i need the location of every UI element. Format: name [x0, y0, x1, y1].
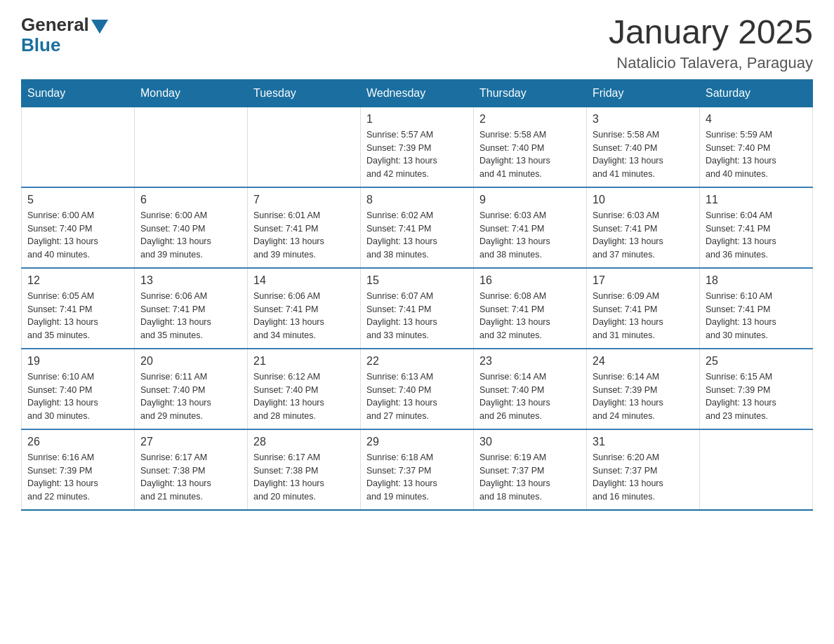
day-number: 23	[479, 355, 581, 368]
header-sunday: Sunday	[22, 79, 135, 107]
day-info: Sunrise: 6:06 AMSunset: 7:41 PMDaylight:…	[140, 290, 241, 342]
calendar-cell: 22Sunrise: 6:13 AMSunset: 7:40 PMDayligh…	[361, 349, 474, 429]
calendar-cell: 8Sunrise: 6:02 AMSunset: 7:41 PMDaylight…	[361, 187, 474, 268]
day-number: 16	[479, 274, 581, 287]
day-number: 30	[479, 436, 581, 448]
day-info: Sunrise: 6:20 AMSunset: 7:37 PMDaylight:…	[593, 451, 694, 504]
calendar-cell: 29Sunrise: 6:18 AMSunset: 7:37 PMDayligh…	[361, 429, 474, 510]
calendar-cell: 9Sunrise: 6:03 AMSunset: 7:41 PMDaylight…	[474, 187, 587, 268]
calendar-cell: 28Sunrise: 6:17 AMSunset: 7:38 PMDayligh…	[248, 429, 361, 510]
calendar-header: SundayMondayTuesdayWednesdayThursdayFrid…	[22, 79, 813, 107]
week-row-1: 1Sunrise: 5:57 AMSunset: 7:39 PMDaylight…	[22, 107, 813, 187]
header-monday: Monday	[135, 79, 248, 107]
calendar-cell: 23Sunrise: 6:14 AMSunset: 7:40 PMDayligh…	[474, 349, 587, 429]
day-info: Sunrise: 5:57 AMSunset: 7:39 PMDaylight:…	[366, 128, 468, 181]
day-number: 25	[706, 355, 807, 368]
calendar-cell: 11Sunrise: 6:04 AMSunset: 7:41 PMDayligh…	[700, 187, 813, 268]
calendar-cell: 18Sunrise: 6:10 AMSunset: 7:41 PMDayligh…	[700, 268, 813, 349]
title-section: January 2025 Natalicio Talavera, Paragua…	[609, 14, 813, 72]
day-number: 24	[593, 355, 694, 368]
day-number: 21	[253, 355, 355, 368]
calendar-cell: 20Sunrise: 6:11 AMSunset: 7:40 PMDayligh…	[135, 349, 248, 429]
day-info: Sunrise: 6:06 AMSunset: 7:41 PMDaylight:…	[253, 290, 355, 342]
day-info: Sunrise: 6:14 AMSunset: 7:39 PMDaylight:…	[593, 370, 694, 423]
day-info: Sunrise: 6:15 AMSunset: 7:39 PMDaylight:…	[706, 370, 807, 423]
day-info: Sunrise: 6:10 AMSunset: 7:41 PMDaylight:…	[706, 290, 807, 342]
header-tuesday: Tuesday	[248, 79, 361, 107]
header-wednesday: Wednesday	[361, 79, 474, 107]
header-thursday: Thursday	[474, 79, 587, 107]
day-number: 27	[140, 436, 241, 448]
day-info: Sunrise: 6:05 AMSunset: 7:41 PMDaylight:…	[27, 290, 128, 342]
calendar-cell: 31Sunrise: 6:20 AMSunset: 7:37 PMDayligh…	[587, 429, 700, 510]
calendar-cell	[700, 429, 813, 510]
day-info: Sunrise: 6:00 AMSunset: 7:40 PMDaylight:…	[140, 209, 241, 262]
day-info: Sunrise: 6:10 AMSunset: 7:40 PMDaylight:…	[27, 370, 128, 423]
day-info: Sunrise: 6:17 AMSunset: 7:38 PMDaylight:…	[140, 451, 241, 504]
calendar-cell	[248, 107, 361, 187]
calendar-cell: 30Sunrise: 6:19 AMSunset: 7:37 PMDayligh…	[474, 429, 587, 510]
day-info: Sunrise: 6:19 AMSunset: 7:37 PMDaylight:…	[479, 451, 581, 504]
day-info: Sunrise: 6:08 AMSunset: 7:41 PMDaylight:…	[479, 290, 581, 342]
day-number: 4	[706, 113, 807, 126]
day-info: Sunrise: 5:58 AMSunset: 7:40 PMDaylight:…	[593, 128, 694, 181]
day-info: Sunrise: 6:12 AMSunset: 7:40 PMDaylight:…	[253, 370, 355, 423]
week-row-5: 26Sunrise: 6:16 AMSunset: 7:39 PMDayligh…	[22, 429, 813, 510]
calendar-cell: 12Sunrise: 6:05 AMSunset: 7:41 PMDayligh…	[22, 268, 135, 349]
calendar-table: SundayMondayTuesdayWednesdayThursdayFrid…	[21, 79, 813, 511]
logo-blue-text: Blue	[21, 34, 60, 56]
day-info: Sunrise: 6:03 AMSunset: 7:41 PMDaylight:…	[593, 209, 694, 262]
calendar-cell: 3Sunrise: 5:58 AMSunset: 7:40 PMDaylight…	[587, 107, 700, 187]
week-row-4: 19Sunrise: 6:10 AMSunset: 7:40 PMDayligh…	[22, 349, 813, 429]
day-number: 22	[366, 355, 468, 368]
day-number: 2	[479, 113, 581, 126]
calendar-cell	[22, 107, 135, 187]
header-saturday: Saturday	[700, 79, 813, 107]
day-number: 7	[253, 194, 355, 206]
logo-general-text: General	[21, 14, 89, 36]
day-info: Sunrise: 6:13 AMSunset: 7:40 PMDaylight:…	[366, 370, 468, 423]
day-number: 31	[593, 436, 694, 448]
calendar-cell: 21Sunrise: 6:12 AMSunset: 7:40 PMDayligh…	[248, 349, 361, 429]
day-number: 11	[706, 194, 807, 206]
day-number: 15	[366, 274, 468, 287]
calendar-cell: 4Sunrise: 5:59 AMSunset: 7:40 PMDaylight…	[700, 107, 813, 187]
day-info: Sunrise: 6:00 AMSunset: 7:40 PMDaylight:…	[27, 209, 128, 262]
calendar-cell: 26Sunrise: 6:16 AMSunset: 7:39 PMDayligh…	[22, 429, 135, 510]
day-info: Sunrise: 5:58 AMSunset: 7:40 PMDaylight:…	[479, 128, 581, 181]
calendar-cell: 6Sunrise: 6:00 AMSunset: 7:40 PMDaylight…	[135, 187, 248, 268]
calendar-body: 1Sunrise: 5:57 AMSunset: 7:39 PMDaylight…	[22, 107, 813, 510]
calendar-cell: 7Sunrise: 6:01 AMSunset: 7:41 PMDaylight…	[248, 187, 361, 268]
day-headers-row: SundayMondayTuesdayWednesdayThursdayFrid…	[22, 79, 813, 107]
day-number: 29	[366, 436, 468, 448]
day-info: Sunrise: 6:07 AMSunset: 7:41 PMDaylight:…	[366, 290, 468, 342]
page-header: General Blue January 2025 Natalicio Tala…	[21, 14, 813, 72]
day-info: Sunrise: 6:11 AMSunset: 7:40 PMDaylight:…	[140, 370, 241, 423]
calendar-cell: 27Sunrise: 6:17 AMSunset: 7:38 PMDayligh…	[135, 429, 248, 510]
day-info: Sunrise: 6:16 AMSunset: 7:39 PMDaylight:…	[27, 451, 128, 504]
day-number: 18	[706, 274, 807, 287]
day-number: 19	[27, 355, 128, 368]
day-info: Sunrise: 5:59 AMSunset: 7:40 PMDaylight:…	[706, 128, 807, 181]
day-number: 28	[253, 436, 355, 448]
day-number: 20	[140, 355, 241, 368]
day-number: 9	[479, 194, 581, 206]
week-row-2: 5Sunrise: 6:00 AMSunset: 7:40 PMDaylight…	[22, 187, 813, 268]
calendar-cell: 1Sunrise: 5:57 AMSunset: 7:39 PMDaylight…	[361, 107, 474, 187]
day-info: Sunrise: 6:14 AMSunset: 7:40 PMDaylight:…	[479, 370, 581, 423]
day-number: 17	[593, 274, 694, 287]
logo: General Blue	[21, 14, 108, 56]
calendar-cell: 24Sunrise: 6:14 AMSunset: 7:39 PMDayligh…	[587, 349, 700, 429]
week-row-3: 12Sunrise: 6:05 AMSunset: 7:41 PMDayligh…	[22, 268, 813, 349]
day-number: 13	[140, 274, 241, 287]
calendar-cell: 19Sunrise: 6:10 AMSunset: 7:40 PMDayligh…	[22, 349, 135, 429]
calendar-cell: 13Sunrise: 6:06 AMSunset: 7:41 PMDayligh…	[135, 268, 248, 349]
calendar-cell	[135, 107, 248, 187]
calendar-cell: 2Sunrise: 5:58 AMSunset: 7:40 PMDaylight…	[474, 107, 587, 187]
day-info: Sunrise: 6:01 AMSunset: 7:41 PMDaylight:…	[253, 209, 355, 262]
calendar-title: January 2025	[609, 14, 813, 51]
day-number: 1	[366, 113, 468, 126]
header-friday: Friday	[587, 79, 700, 107]
day-info: Sunrise: 6:17 AMSunset: 7:38 PMDaylight:…	[253, 451, 355, 504]
calendar-cell: 15Sunrise: 6:07 AMSunset: 7:41 PMDayligh…	[361, 268, 474, 349]
